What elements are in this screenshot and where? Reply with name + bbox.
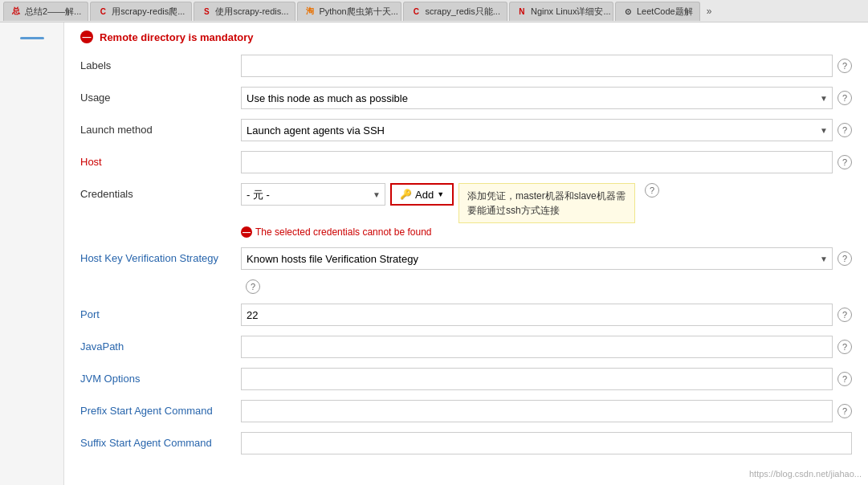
host-label: Host	[80, 151, 241, 168]
key-icon: 🔑	[400, 189, 412, 200]
credentials-error: — The selected credentials cannot be fou…	[241, 226, 852, 238]
javapath-label: JavaPath	[80, 336, 241, 353]
usage-select-wrap: Use this node as much as possible ▼	[241, 87, 833, 109]
tab-2[interactable]: C 用scrapy-redis爬...	[90, 2, 192, 21]
launch-method-control: Launch agent agents via SSH ▼ ?	[241, 119, 852, 141]
labels-input[interactable]	[241, 55, 833, 77]
tab-7-icon: ⊙	[622, 6, 634, 17]
suffix-control	[241, 432, 852, 454]
jvm-help-icon[interactable]: ?	[837, 372, 852, 386]
extra-help-icon[interactable]: ?	[246, 279, 260, 294]
add-credentials-button[interactable]: 🔑 Add ▼	[390, 183, 454, 206]
launch-method-select-wrap: Launch agent agents via SSH ▼	[241, 119, 833, 141]
tab-7[interactable]: ⊙ LeetCode题解	[615, 2, 700, 21]
host-key-select-wrap: Known hosts file Verification Strategy ▼	[241, 247, 833, 270]
error-banner-text: Remote directory is mandatory	[100, 31, 253, 43]
browser-tabs-bar: 总 总结2——解... C 用scrapy-redis爬... S 使用scra…	[0, 0, 868, 22]
credentials-label: Credentials	[80, 183, 241, 200]
host-key-help-icon[interactable]: ?	[837, 251, 852, 266]
sidebar-dash-item[interactable]	[0, 31, 63, 46]
launch-method-row: Launch method Launch agent agents via SS…	[80, 119, 852, 141]
tab-1-label: 总结2——解...	[25, 6, 81, 18]
tab-7-label: LeetCode题解	[637, 6, 693, 18]
host-key-select[interactable]: Known hosts file Verification Strategy	[241, 247, 833, 270]
prefix-input[interactable]	[241, 400, 833, 422]
tab-5-label: scrapy_redis只能...	[425, 6, 500, 18]
tab-5[interactable]: C scrapy_redis只能...	[403, 2, 507, 21]
add-dropdown-arrow-icon: ▼	[437, 190, 444, 198]
main-layout: — Remote directory is mandatory Labels ?…	[0, 22, 868, 485]
suffix-input[interactable]	[241, 432, 852, 454]
tab-6[interactable]: N Nginx Linux详细安...	[509, 2, 613, 21]
tab-6-label: Nginx Linux详细安...	[531, 6, 611, 18]
launch-method-label: Launch method	[80, 119, 241, 136]
tab-2-icon: C	[97, 6, 108, 17]
port-row: Port ?	[80, 304, 852, 326]
labels-control: ?	[241, 55, 852, 77]
port-input[interactable]	[241, 304, 833, 326]
sidebar	[0, 22, 64, 485]
tabs-more-button[interactable]: »	[702, 6, 717, 17]
jvm-label: JVM Options	[80, 368, 241, 385]
credentials-row: Credentials - 元 - ▼ 🔑 Add ▼ 添加凭证，master机…	[80, 183, 852, 238]
extra-help-row: ?	[80, 279, 852, 294]
tab-3-icon: S	[201, 6, 212, 17]
suffix-label: Suffix Start Agent Command	[80, 432, 241, 449]
tab-1[interactable]: 总 总结2——解...	[3, 2, 88, 21]
credentials-control: - 元 - ▼ 🔑 Add ▼ 添加凭证，master机器和slave机器需要能…	[241, 183, 852, 238]
tab-2-label: 用scrapy-redis爬...	[112, 6, 185, 18]
jvm-control: ?	[241, 368, 852, 390]
host-key-label: Host Key Verification Strategy	[80, 247, 241, 264]
usage-select[interactable]: Use this node as much as possible	[241, 87, 833, 109]
tab-5-icon: C	[410, 6, 422, 17]
host-key-row: Host Key Verification Strategy Known hos…	[80, 247, 852, 270]
credentials-help-icon[interactable]: ?	[645, 183, 659, 198]
javapath-help-icon[interactable]: ?	[837, 340, 852, 354]
error-banner: — Remote directory is mandatory	[80, 31, 852, 43]
prefix-control: ?	[241, 400, 852, 422]
tab-4-icon: 淘	[304, 6, 316, 17]
tab-1-icon: 总	[10, 6, 22, 17]
tab-4[interactable]: 淘 Python爬虫第十天...	[297, 2, 401, 21]
add-button-label: Add	[415, 189, 434, 201]
port-control: ?	[241, 304, 852, 326]
port-help-icon[interactable]: ?	[837, 308, 852, 322]
host-key-control: Known hosts file Verification Strategy ▼…	[241, 247, 852, 270]
sidebar-dash-icon	[20, 37, 44, 39]
credentials-error-text: The selected credentials cannot be found	[255, 226, 431, 238]
tab-3-label: 使用scrapy-redis...	[215, 6, 288, 18]
content-area: — Remote directory is mandatory Labels ?…	[64, 22, 868, 485]
host-input[interactable]	[241, 151, 833, 173]
jvm-input[interactable]	[241, 368, 833, 390]
error-circle-icon: —	[80, 31, 93, 43]
prefix-help-icon[interactable]: ?	[837, 404, 852, 418]
labels-label: Labels	[80, 55, 241, 71]
port-label: Port	[80, 304, 241, 320]
usage-help-icon[interactable]: ?	[837, 91, 852, 105]
usage-row: Usage Use this node as much as possible …	[80, 87, 852, 109]
javapath-row: JavaPath ?	[80, 336, 852, 358]
cred-error-icon: —	[241, 226, 252, 238]
suffix-row: Suffix Start Agent Command	[80, 432, 852, 454]
launch-method-select[interactable]: Launch agent agents via SSH	[241, 119, 833, 141]
labels-help-icon[interactable]: ?	[837, 59, 852, 73]
prefix-row: Prefix Start Agent Command ?	[80, 400, 852, 422]
tab-3[interactable]: S 使用scrapy-redis...	[194, 2, 295, 21]
credentials-select[interactable]: - 元 -	[241, 183, 385, 206]
usage-control: Use this node as much as possible ▼ ?	[241, 87, 852, 109]
labels-row: Labels ?	[80, 55, 852, 77]
tab-4-label: Python爬虫第十天...	[319, 6, 397, 18]
host-row: Host ?	[80, 151, 852, 173]
host-help-icon[interactable]: ?	[837, 155, 852, 169]
prefix-label: Prefix Start Agent Command	[80, 400, 241, 417]
credentials-select-wrap: - 元 - ▼	[241, 183, 385, 206]
launch-method-help-icon[interactable]: ?	[837, 123, 852, 137]
tab-6-icon: N	[516, 6, 528, 17]
jvm-row: JVM Options ?	[80, 368, 852, 390]
host-control: ?	[241, 151, 852, 173]
credentials-annotation: 添加凭证，master机器和slave机器需要能通过ssh方式连接	[458, 183, 635, 223]
usage-label: Usage	[80, 87, 241, 104]
javapath-control: ?	[241, 336, 852, 358]
javapath-input[interactable]	[241, 336, 833, 358]
